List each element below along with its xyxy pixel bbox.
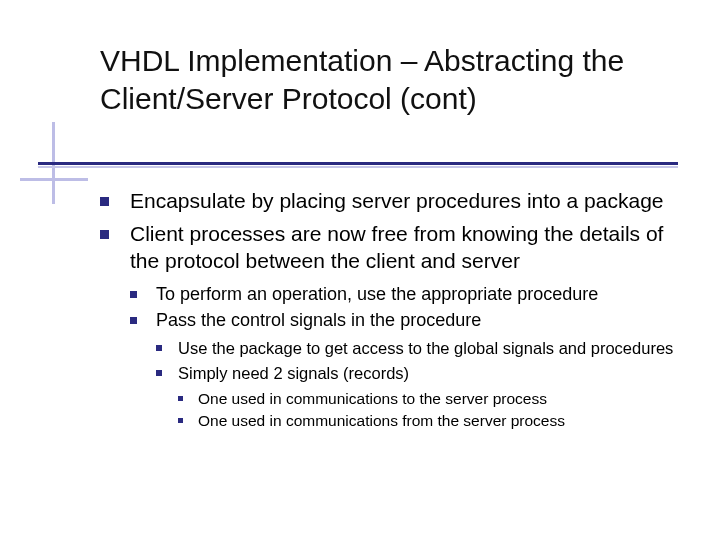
bullet-icon xyxy=(100,197,109,206)
bullet-l4: One used in communications from the serv… xyxy=(178,411,680,431)
bullet-l4: One used in communications to the server… xyxy=(178,389,680,409)
title-underline-shadow xyxy=(38,166,678,168)
bullet-text: To perform an operation, use the appropr… xyxy=(156,284,598,304)
bullet-icon xyxy=(156,370,162,376)
bullet-text: Simply need 2 signals (records) xyxy=(178,364,409,382)
title-underline xyxy=(38,162,678,165)
bullet-text: Pass the control signals in the procedur… xyxy=(156,310,481,330)
bullet-icon xyxy=(178,418,183,423)
bullet-l3: Use the package to get access to the glo… xyxy=(156,338,680,359)
bullet-icon xyxy=(156,345,162,351)
bullet-l1: Encapsulate by placing server procedures… xyxy=(100,188,680,215)
slide-body: Encapsulate by placing server procedures… xyxy=(100,188,680,438)
slide-title: VHDL Implementation – Abstracting the Cl… xyxy=(100,42,660,117)
bullet-text: Client processes are now free from knowi… xyxy=(130,222,663,272)
decoration-horizontal xyxy=(20,178,88,181)
bullet-text: Use the package to get access to the glo… xyxy=(178,339,673,357)
bullet-text: One used in communications from the serv… xyxy=(198,412,565,429)
bullet-icon xyxy=(130,291,137,298)
bullet-icon xyxy=(100,230,109,239)
bullet-text: Encapsulate by placing server procedures… xyxy=(130,189,664,212)
bullet-icon xyxy=(130,317,137,324)
slide: VHDL Implementation – Abstracting the Cl… xyxy=(0,0,720,540)
bullet-l3: Simply need 2 signals (records) One used… xyxy=(156,363,680,432)
bullet-l2: To perform an operation, use the appropr… xyxy=(130,283,680,306)
bullet-l1: Client processes are now free from knowi… xyxy=(100,221,680,432)
bullet-l2: Pass the control signals in the procedur… xyxy=(130,309,680,432)
bullet-icon xyxy=(178,396,183,401)
bullet-text: One used in communications to the server… xyxy=(198,390,547,407)
